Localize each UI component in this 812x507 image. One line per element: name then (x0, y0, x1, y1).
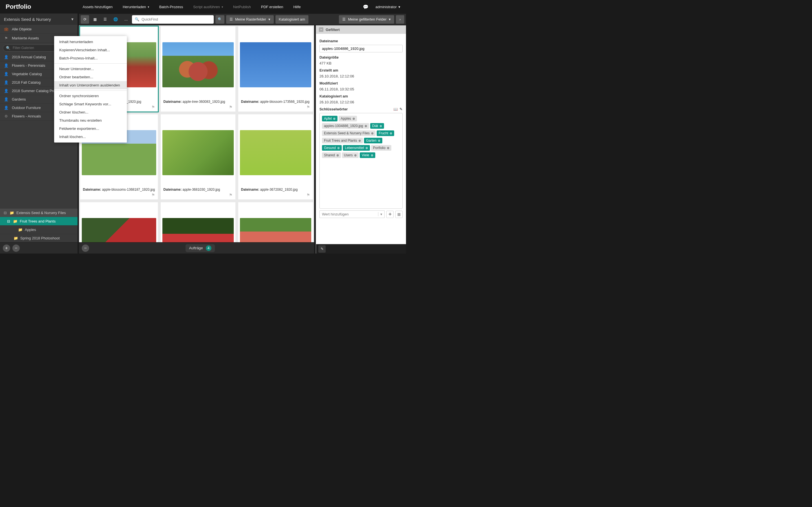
context-menu-item[interactable]: Ordner synchronisieren (54, 92, 127, 100)
menu-script[interactable]: Script ausführen▾ (188, 0, 228, 13)
quickfind[interactable]: 🔍 (132, 15, 214, 24)
asset-card[interactable]: Dateiname: apple-3681030_1920.jpg ⚑ (161, 114, 236, 200)
context-menu-item[interactable]: Ordner bearbeiten... (54, 73, 127, 81)
flag-icon[interactable]: ⚑ (238, 193, 313, 200)
book-icon[interactable]: 📖 (393, 107, 398, 111)
asset-card[interactable]: Dateiname: apple-tree-360083_1920.jpg ⚑ (161, 26, 236, 112)
thumbnail[interactable] (80, 202, 158, 242)
remove-icon[interactable]: ⊗ (336, 154, 339, 157)
tree-folder-spring[interactable]: 📁 Spring 2018 Photoshoot (0, 234, 78, 242)
remove-button[interactable]: − (12, 244, 20, 252)
catalog-selector[interactable]: Extensis Seed & Nursery ▾ (0, 13, 78, 25)
context-menu-item[interactable]: Ordner löschen... (54, 108, 127, 116)
keyword-tag[interactable]: Diät⊗ (370, 123, 384, 129)
menu-download[interactable]: Herunterladen▾ (117, 0, 154, 13)
flag-icon[interactable]: ⚑ (161, 193, 236, 200)
add-keyword-input[interactable] (320, 211, 378, 218)
keyword-tag[interactable]: Apples⊗ (339, 116, 357, 121)
keyword-tag[interactable]: Frucht⊗ (377, 130, 394, 136)
flag-icon[interactable]: ⚑ (238, 105, 313, 112)
keyword-dropdown[interactable]: ▾ (378, 212, 384, 216)
user-menu[interactable]: administrator▾ (375, 5, 400, 9)
menu-netpublish[interactable]: NetPublish (228, 0, 256, 13)
remove-icon[interactable]: ⊗ (358, 139, 361, 143)
remove-icon[interactable]: ⊗ (364, 124, 367, 128)
jobs-indicator[interactable]: Aufträge 4 (186, 244, 214, 252)
asset-card[interactable]: Dateiname: ⚑ (80, 202, 158, 242)
menu-add-assets[interactable]: Assets hinzufügen (78, 0, 117, 13)
sidebar-all-objects[interactable]: 💼 Alle Objekte (0, 25, 78, 34)
asset-card[interactable]: Dateiname: apple-3672082_1920.jpg ⚑ (238, 114, 313, 200)
keyword-tag[interactable]: Gesund⊗ (322, 145, 342, 151)
remove-icon[interactable]: ⊗ (365, 146, 368, 150)
remove-icon[interactable]: ⊗ (378, 139, 380, 143)
search-button[interactable]: 🔍 (215, 15, 224, 24)
add-button[interactable]: + (3, 244, 10, 252)
menu-pdf[interactable]: PDF erstellen (256, 0, 289, 13)
globe-button[interactable]: 🌐 (111, 15, 120, 24)
pencil-icon[interactable]: ✎ (400, 107, 403, 111)
context-menu-item[interactable]: Schlage Smart Keywords vor... (54, 100, 127, 108)
remove-icon[interactable]: ⊗ (333, 117, 336, 121)
keyword-tag[interactable]: Apfel⊗ (322, 116, 338, 121)
collapse-icon[interactable]: ⊟ (6, 219, 11, 223)
asset-card[interactable]: Dateiname: apple-blossom-173566_1920.jpg… (238, 26, 313, 112)
keyword-grid-button[interactable]: ▦ (395, 211, 403, 218)
remove-icon[interactable]: ⊗ (387, 146, 389, 150)
context-menu-item[interactable]: Inhalt löschen... (54, 133, 127, 141)
context-menu-item[interactable]: Batch-Prozess-Inhalt... (54, 54, 127, 62)
context-menu-item[interactable]: Inhalt herunterladen (54, 38, 127, 46)
tree-folder-apples[interactable]: 📁 Apples (0, 225, 78, 234)
keyword-tag[interactable]: Garten⊗ (364, 138, 382, 144)
asset-card[interactable]: Dateiname: ⚑ (161, 202, 236, 242)
keyword-tag[interactable]: apples-1004886_1920.jpg⊗ (322, 123, 369, 129)
context-menu-item[interactable]: Neuer Unterordner... (54, 65, 127, 73)
keyword-tag[interactable]: Extensis Seed & Nursery Files⊗ (322, 130, 375, 136)
edit-button[interactable]: ✎ (318, 245, 326, 252)
remove-icon[interactable]: ⊗ (390, 131, 392, 135)
remove-icon[interactable]: ⊗ (354, 154, 357, 157)
menu-help[interactable]: Hilfe (288, 0, 306, 13)
keyword-tag[interactable]: Portfolio⊗ (371, 145, 391, 151)
thumbnail[interactable] (161, 26, 236, 98)
remove-icon[interactable]: ⊗ (337, 146, 340, 150)
context-menu-item[interactable]: Inhalt von Unterordnern ausblenden (54, 81, 127, 89)
thumbnail[interactable] (161, 114, 236, 185)
refresh-button[interactable]: ⟳ (81, 15, 89, 24)
more-button[interactable]: … (122, 15, 130, 24)
context-menu-item[interactable]: Thumbnails neu erstellen (54, 116, 127, 124)
tree-root[interactable]: ⊟ 📁 Extensis Seed & Nursery Files (0, 209, 78, 217)
collapse-icon[interactable]: ⊟ (3, 211, 7, 215)
thumbnail[interactable] (238, 114, 313, 185)
chat-icon[interactable]: 💬 (363, 4, 368, 10)
flag-icon[interactable]: ⚑ (161, 105, 236, 112)
sort-field-dropdown[interactable]: Katalogisiert am (275, 15, 308, 24)
thumbnail[interactable] (161, 202, 236, 242)
thumbnail[interactable] (238, 26, 313, 98)
filename-input[interactable] (319, 45, 403, 52)
keyword-tag[interactable]: Fruit Trees and Plants⊗ (322, 138, 363, 144)
context-menu-item[interactable]: Feldwerte exportieren... (54, 124, 127, 133)
tree-folder-fruit[interactable]: ⊟ 📁 Fruit Trees and Plants (0, 217, 78, 225)
panel-collapse-button[interactable]: › (396, 15, 404, 24)
keyword-tag[interactable]: Shared⊗ (322, 152, 341, 158)
quickfind-input[interactable] (142, 17, 211, 21)
grid-fields-dropdown[interactable]: ☰ Meine Rasterfelder ▾ (226, 15, 274, 24)
add-keyword-button[interactable]: ✚ (386, 211, 394, 218)
flag-icon[interactable]: ⚑ (80, 193, 158, 200)
remove-icon[interactable]: ⊗ (371, 154, 373, 157)
remove-icon[interactable]: ⊗ (352, 117, 355, 121)
collapse-icon[interactable]: − (319, 27, 323, 32)
keyword-tag[interactable]: Viele⊗ (360, 152, 375, 158)
context-menu-item[interactable]: Kopieren/Verschieben Inhalt... (54, 46, 127, 54)
keyword-tag[interactable]: Lebensmittel⊗ (343, 145, 370, 151)
menu-batch[interactable]: Batch-Prozess (154, 0, 188, 13)
keyword-tag[interactable]: Users⊗ (342, 152, 359, 158)
remove-icon[interactable]: ⊗ (371, 131, 373, 135)
grid-view-button[interactable]: ▦ (91, 15, 99, 24)
list-view-button[interactable]: ☰ (101, 15, 109, 24)
thumbnail[interactable] (238, 202, 313, 242)
remove-icon[interactable]: ⊗ (379, 124, 382, 128)
asset-card[interactable]: Dateiname: ⚑ (238, 202, 313, 242)
filtered-fields-dropdown[interactable]: ☰ Meine gefilterten Felder ▾ (339, 15, 394, 24)
